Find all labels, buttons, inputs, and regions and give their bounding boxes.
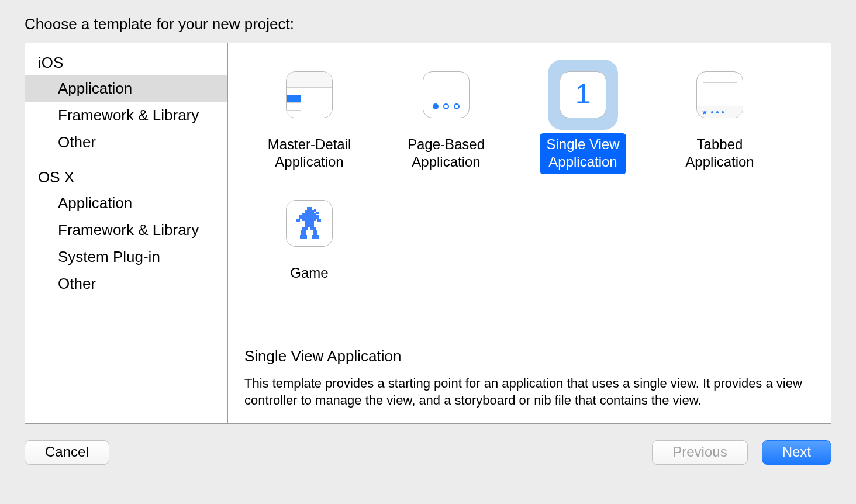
sidebar-item-ios-application[interactable]: Application xyxy=(25,75,227,102)
svg-rect-13 xyxy=(313,230,317,235)
svg-rect-12 xyxy=(301,230,306,235)
master-detail-icon xyxy=(274,60,344,130)
template-grid: Master-Detail Application Page-Ba xyxy=(228,43,831,332)
sidebar-section-osx: OS X xyxy=(25,164,227,190)
category-sidebar: iOS Application Framework & Library Othe… xyxy=(25,43,228,423)
page-based-icon xyxy=(411,60,481,130)
template-label: Master-Detail Application xyxy=(261,133,358,174)
game-icon xyxy=(274,188,344,258)
svg-rect-15 xyxy=(312,235,319,239)
template-master-detail[interactable]: Master-Detail Application xyxy=(241,60,378,174)
svg-rect-8 xyxy=(317,219,321,222)
template-panel: iOS Application Framework & Library Othe… xyxy=(25,43,831,424)
svg-rect-4 xyxy=(302,213,316,221)
svg-rect-1 xyxy=(305,210,314,213)
sidebar-item-osx-application[interactable]: Application xyxy=(25,190,227,217)
svg-rect-14 xyxy=(300,235,307,239)
description-body: This template provides a starting point … xyxy=(244,375,814,409)
svg-rect-3 xyxy=(316,212,319,214)
single-view-icon: 1 xyxy=(548,60,618,130)
template-tabbed[interactable]: ★ Tabbed Application xyxy=(651,60,788,174)
template-page-based[interactable]: Page-Based Application xyxy=(378,60,515,174)
svg-rect-7 xyxy=(315,215,319,219)
sidebar-item-osx-other[interactable]: Other xyxy=(25,271,227,298)
sheet-heading: Choose a template for your new project: xyxy=(25,15,831,33)
svg-rect-0 xyxy=(307,207,312,210)
svg-rect-2 xyxy=(314,209,316,212)
template-label: Tabbed Application xyxy=(678,133,761,174)
sidebar-item-osx-framework[interactable]: Framework & Library xyxy=(25,217,227,244)
cancel-button[interactable]: Cancel xyxy=(25,440,109,465)
svg-rect-5 xyxy=(299,215,302,219)
template-label: Game xyxy=(283,262,335,285)
description-title: Single View Application xyxy=(244,347,814,365)
next-button[interactable]: Next xyxy=(762,440,831,465)
previous-button[interactable]: Previous xyxy=(652,440,747,465)
svg-rect-11 xyxy=(310,227,316,230)
tabbed-icon: ★ xyxy=(685,60,755,130)
sidebar-item-ios-framework[interactable]: Framework & Library xyxy=(25,102,227,129)
template-label: Single View Application xyxy=(540,133,627,174)
template-label: Page-Based Application xyxy=(401,133,492,174)
template-single-view[interactable]: 1 Single View Application xyxy=(515,60,651,174)
sheet-footer: Cancel Previous Next xyxy=(25,440,831,465)
sidebar-item-ios-other[interactable]: Other xyxy=(25,129,227,156)
svg-rect-9 xyxy=(305,221,314,227)
sidebar-section-ios: iOS xyxy=(25,49,227,75)
svg-rect-6 xyxy=(296,219,300,222)
template-description: Single View Application This template pr… xyxy=(228,332,831,423)
template-game[interactable]: Game xyxy=(241,188,378,285)
new-project-sheet: Choose a template for your new project: … xyxy=(0,0,856,504)
svg-rect-10 xyxy=(302,227,308,230)
sidebar-item-osx-system-plugin[interactable]: System Plug-in xyxy=(25,244,227,271)
template-main-area: Master-Detail Application Page-Ba xyxy=(228,43,831,423)
